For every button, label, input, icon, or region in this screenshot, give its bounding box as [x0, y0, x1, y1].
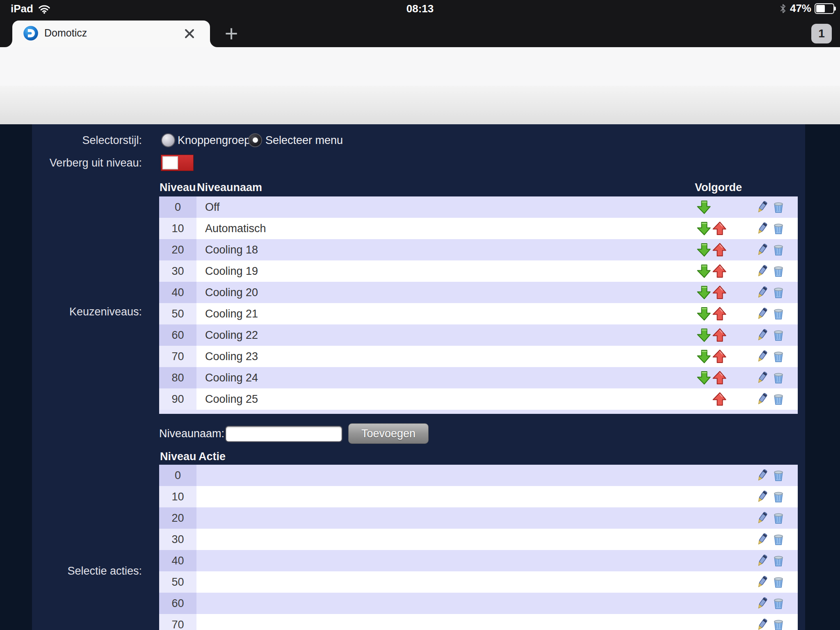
- order-cell: [693, 370, 737, 386]
- niveau-cell: 20: [159, 239, 196, 260]
- delete-trash-icon[interactable]: [770, 552, 787, 569]
- edit-pencil-icon[interactable]: [754, 242, 770, 258]
- niveaunaam-cell: Cooling 21: [196, 308, 693, 320]
- niveaunaam-cell: Cooling 18: [196, 244, 693, 256]
- table-row[interactable]: 0: [159, 465, 798, 486]
- order-cell: [693, 574, 737, 590]
- delete-trash-icon[interactable]: [770, 263, 787, 279]
- edit-pencil-icon[interactable]: [754, 616, 770, 630]
- edit-pencil-icon[interactable]: [754, 327, 770, 343]
- delete-trash-icon[interactable]: [770, 242, 787, 258]
- delete-trash-icon[interactable]: [770, 595, 787, 612]
- table-row[interactable]: 60: [159, 593, 798, 614]
- table-row[interactable]: 40Cooling 20: [159, 282, 798, 303]
- screen: iPad 08:13 47% Domoticz +: [0, 0, 840, 630]
- move-up-icon[interactable]: [712, 263, 728, 279]
- table-row[interactable]: 70Cooling 23: [159, 346, 798, 367]
- edit-pencil-icon[interactable]: [754, 370, 770, 386]
- table-row[interactable]: 40: [159, 550, 798, 571]
- radio-selecteer-menu-label[interactable]: Selecteer menu: [265, 133, 343, 148]
- niveau-cell: 10: [159, 486, 196, 507]
- move-up-icon[interactable]: [712, 242, 728, 258]
- radio-selecteer-menu[interactable]: [248, 133, 262, 147]
- table-row[interactable]: 80Cooling 24: [159, 367, 798, 388]
- delete-trash-icon[interactable]: [770, 616, 787, 630]
- browser-tab[interactable]: Domoticz: [12, 21, 210, 47]
- new-tab-button[interactable]: +: [220, 22, 243, 45]
- table-row[interactable]: 50Cooling 21: [159, 303, 798, 324]
- edit-pencil-icon[interactable]: [754, 467, 770, 484]
- move-down-icon[interactable]: [696, 285, 712, 300]
- move-up-icon[interactable]: [712, 370, 728, 386]
- table-row[interactable]: 20: [159, 507, 798, 529]
- edit-pencil-icon[interactable]: [754, 391, 770, 407]
- edit-pencil-icon[interactable]: [754, 510, 770, 526]
- site-favicon: [23, 25, 39, 41]
- tab-close-icon[interactable]: [180, 25, 199, 43]
- niveau-cell: 70: [159, 346, 196, 367]
- hide-off-level-toggle[interactable]: [161, 155, 194, 171]
- edit-pencil-icon[interactable]: [754, 199, 770, 215]
- delete-trash-icon[interactable]: [770, 370, 787, 386]
- table-row[interactable]: 50: [159, 571, 798, 593]
- edit-pencil-icon[interactable]: [754, 574, 770, 590]
- edit-pencil-icon[interactable]: [754, 552, 770, 569]
- delete-trash-icon[interactable]: [770, 488, 787, 505]
- delete-trash-icon[interactable]: [770, 510, 787, 526]
- move-down-icon[interactable]: [696, 242, 712, 258]
- move-up-icon[interactable]: [712, 327, 728, 343]
- delete-trash-icon[interactable]: [770, 531, 787, 548]
- move-up-icon[interactable]: [712, 306, 728, 322]
- edit-pencil-icon[interactable]: [754, 263, 770, 279]
- move-up-icon[interactable]: [712, 391, 728, 407]
- table-row[interactable]: 0Off: [159, 196, 798, 218]
- niveau-cell: 70: [159, 614, 196, 630]
- delete-trash-icon[interactable]: [770, 391, 787, 407]
- add-level-button[interactable]: Toevoegen: [348, 423, 429, 444]
- delete-trash-icon[interactable]: [770, 327, 787, 343]
- table-row[interactable]: 10: [159, 486, 798, 507]
- edit-pencil-icon[interactable]: [754, 531, 770, 548]
- radio-knoppengroep-label[interactable]: Knoppengroep: [178, 133, 250, 148]
- delete-trash-icon[interactable]: [770, 284, 787, 301]
- edit-pencil-icon[interactable]: [754, 284, 770, 301]
- delete-trash-icon[interactable]: [770, 574, 787, 590]
- niveaunaam-cell: Cooling 23: [196, 350, 693, 363]
- edit-pencil-icon[interactable]: [754, 220, 770, 237]
- tab-switcher-button[interactable]: 1: [811, 24, 832, 43]
- niveaunaam-cell: Automatisch: [196, 222, 693, 235]
- move-up-icon[interactable]: [712, 221, 728, 236]
- move-down-icon[interactable]: [696, 370, 712, 386]
- actions-header-actie: Actie: [199, 450, 226, 463]
- table-row[interactable]: 70: [159, 614, 798, 630]
- move-down-icon[interactable]: [696, 263, 712, 279]
- niveaunaam-cell: Cooling 20: [196, 286, 693, 299]
- move-down-icon[interactable]: [696, 199, 712, 215]
- edit-pencil-icon[interactable]: [754, 595, 770, 612]
- delete-trash-icon[interactable]: [770, 467, 787, 484]
- delete-trash-icon[interactable]: [770, 199, 787, 215]
- move-down-icon[interactable]: [696, 221, 712, 236]
- table-row[interactable]: 30Cooling 19: [159, 260, 798, 282]
- move-down-icon[interactable]: [696, 306, 712, 322]
- delete-trash-icon[interactable]: [770, 220, 787, 237]
- edit-pencil-icon[interactable]: [754, 488, 770, 505]
- edit-pencil-icon[interactable]: [754, 306, 770, 322]
- move-down-icon[interactable]: [696, 327, 712, 343]
- move-up-icon[interactable]: [712, 349, 728, 364]
- table-row[interactable]: 20Cooling 18: [159, 239, 798, 260]
- table-row[interactable]: 30: [159, 529, 798, 550]
- delete-trash-icon[interactable]: [770, 306, 787, 322]
- actions-header-niveau: Niveau: [160, 450, 196, 463]
- move-up-icon[interactable]: [712, 285, 728, 300]
- delete-trash-icon[interactable]: [770, 348, 787, 365]
- edit-pencil-icon[interactable]: [754, 348, 770, 365]
- radio-knoppengroep[interactable]: [161, 133, 175, 147]
- table-row[interactable]: 90Cooling 25: [159, 388, 798, 410]
- table-row[interactable]: 60Cooling 22: [159, 324, 798, 346]
- level-name-input[interactable]: [225, 426, 342, 442]
- bluetooth-icon: [779, 3, 787, 14]
- move-down-icon[interactable]: [696, 349, 712, 364]
- table-row[interactable]: 10Automatisch: [159, 218, 798, 239]
- niveau-cell: 50: [159, 303, 196, 324]
